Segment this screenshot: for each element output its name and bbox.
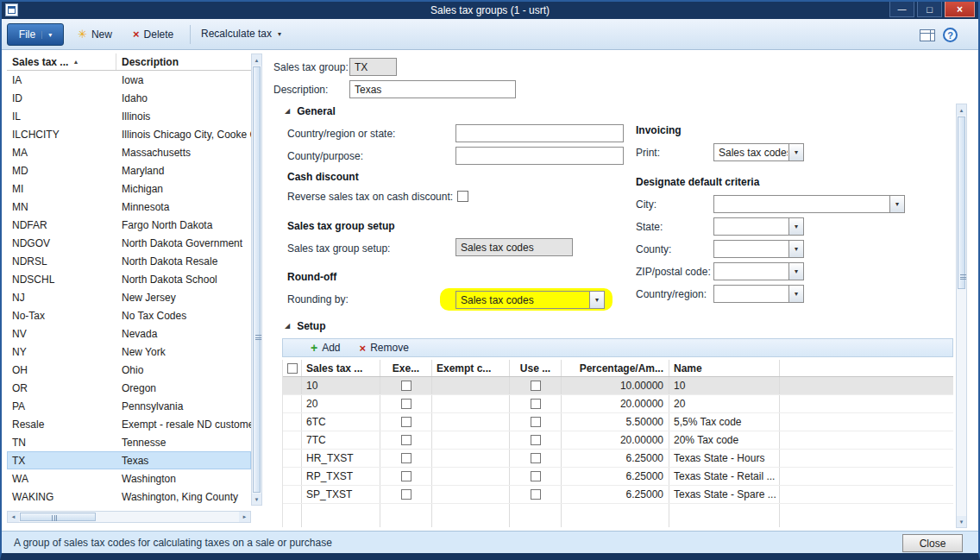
left-grid-row[interactable]: PAPennsylvania xyxy=(7,397,251,415)
setup-grid-row[interactable]: HR_TXST6.25000Texas State - Hours xyxy=(283,450,953,468)
column-header-exempt-code[interactable]: Exempt c... xyxy=(432,360,510,376)
scroll-up-icon[interactable]: ▲ xyxy=(957,104,966,116)
setup-grid-row[interactable]: 2020.0000020 xyxy=(283,395,953,413)
checkbox[interactable] xyxy=(531,381,541,391)
column-header-percentage-amount[interactable]: Percentage/Am... xyxy=(562,360,669,376)
column-header-exempt[interactable]: Exe... xyxy=(380,360,432,376)
left-grid-row[interactable]: OHOhio xyxy=(7,361,251,379)
detail-pane-vertical-scrollbar[interactable]: ▲ ▼ xyxy=(956,104,967,528)
left-grid-row[interactable]: IAIowa xyxy=(7,71,251,89)
left-grid-row[interactable]: NJNew Jersey xyxy=(7,288,251,306)
scrollbar-thumb[interactable] xyxy=(253,66,261,493)
scroll-right-icon[interactable]: ► xyxy=(239,512,250,522)
setup-grid-row[interactable]: 6TC5.500005,5% Tax code xyxy=(283,413,953,431)
chevron-down-icon[interactable]: ▾ xyxy=(889,196,904,212)
chevron-down-icon[interactable]: ▾ xyxy=(788,263,803,280)
county-combobox[interactable]: ▾ xyxy=(713,240,804,258)
country-region-state-input[interactable] xyxy=(455,124,624,142)
checkbox[interactable] xyxy=(531,489,541,500)
setup-grid-row[interactable]: 1010.0000010 xyxy=(283,377,953,395)
checkbox[interactable] xyxy=(531,435,541,445)
left-grid-row[interactable]: IDIdaho xyxy=(7,89,251,107)
select-all-checkbox[interactable] xyxy=(287,363,298,374)
chevron-down-icon[interactable]: ▾ xyxy=(589,292,604,308)
left-grid-row[interactable]: TNTennesse xyxy=(7,433,251,451)
left-grid-row[interactable]: NDRSLNorth Dakota Resale xyxy=(7,252,251,270)
checkbox[interactable] xyxy=(401,489,411,500)
general-section-header[interactable]: ◢ General xyxy=(285,105,336,117)
left-grid-row[interactable]: ILCHCITYIllinois Chicago City, Cooke C xyxy=(7,125,251,143)
setup-grid-row[interactable]: RP_TXST6.25000Texas State - Retail ... xyxy=(283,468,953,486)
chevron-down-icon[interactable]: ▾ xyxy=(788,144,803,160)
rounding-by-combobox[interactable]: Sales tax codes ▾ xyxy=(455,291,605,309)
left-grid-row[interactable]: NDGOVNorth Dakota Government xyxy=(7,234,251,252)
checkbox[interactable] xyxy=(531,399,541,409)
left-grid-row[interactable]: MAMassachusetts xyxy=(7,143,251,161)
checkbox[interactable] xyxy=(401,381,411,391)
close-window-button[interactable]: × xyxy=(945,2,975,17)
window-layout-icon[interactable] xyxy=(920,29,935,41)
file-menu-button[interactable]: File ▾ xyxy=(7,23,64,46)
checkbox[interactable] xyxy=(401,435,411,445)
recalculate-tax-button[interactable]: Recalculate tax ▾ xyxy=(201,28,281,40)
state-combobox[interactable]: ▾ xyxy=(713,217,804,236)
county-purpose-input[interactable] xyxy=(455,147,624,165)
left-grid-row[interactable]: NYNew York xyxy=(7,343,251,361)
left-grid-horizontal-scrollbar[interactable]: ◄ ► xyxy=(7,511,251,523)
remove-button[interactable]: × Remove xyxy=(360,342,409,355)
city-combobox[interactable]: ▾ xyxy=(713,195,905,213)
checkbox[interactable] xyxy=(531,453,541,463)
left-grid-row[interactable]: MNMinnesota xyxy=(7,198,251,216)
column-header-sales-tax-group[interactable]: Sales tax ... ▲ xyxy=(7,53,116,70)
left-grid-row[interactable]: MIMichigan xyxy=(7,179,251,198)
left-grid-row[interactable]: WAKINGWashington, King County xyxy=(7,488,251,506)
left-grid-vertical-scrollbar[interactable]: ▲ ▼ xyxy=(251,53,262,506)
left-grid-row[interactable]: WAWashington xyxy=(7,469,251,488)
checkbox[interactable] xyxy=(401,471,411,481)
left-grid-row[interactable]: ILIllinois xyxy=(7,107,251,125)
left-grid-row[interactable]: NDFARFargo North Dakota xyxy=(7,216,251,234)
scroll-up-icon[interactable]: ▲ xyxy=(252,54,261,66)
left-grid-row[interactable]: No-TaxNo Tax Codes xyxy=(7,306,251,324)
country-region-combobox[interactable]: ▾ xyxy=(713,285,804,303)
left-grid-row[interactable]: MDMaryland xyxy=(7,161,251,179)
left-grid-row[interactable]: ResaleExempt - resale ND customer xyxy=(7,415,251,433)
left-grid-row[interactable]: OROregon xyxy=(7,379,251,397)
setup-section-header[interactable]: ◢ Setup xyxy=(285,320,326,332)
scrollbar-thumb[interactable] xyxy=(20,513,96,521)
checkbox[interactable] xyxy=(401,417,411,427)
column-header-name[interactable]: Name xyxy=(669,360,780,376)
sales-tax-group-setup-field[interactable]: Sales tax codes xyxy=(455,238,573,256)
reverse-sales-tax-checkbox[interactable] xyxy=(457,191,468,202)
new-button[interactable]: ✳ New xyxy=(78,28,112,41)
checkbox[interactable] xyxy=(401,399,411,409)
maximize-button[interactable]: □ xyxy=(917,2,942,17)
chevron-down-icon[interactable]: ▾ xyxy=(788,241,803,257)
checkbox[interactable] xyxy=(401,453,411,463)
scroll-down-icon[interactable]: ▼ xyxy=(957,516,966,527)
scroll-left-icon[interactable]: ◄ xyxy=(8,512,19,522)
close-button[interactable]: Close xyxy=(902,534,963,552)
description-input[interactable]: Texas xyxy=(349,80,516,98)
checkbox[interactable] xyxy=(531,471,541,481)
print-combobox[interactable]: Sales tax codes ▾ xyxy=(713,143,804,161)
column-header-use-tax[interactable]: Use ... xyxy=(510,360,562,376)
setup-grid-row[interactable]: 7TC20.0000020% Tax code xyxy=(283,431,953,450)
left-grid-row[interactable]: NVNevada xyxy=(7,324,251,343)
column-header-description[interactable]: Description xyxy=(116,53,251,70)
help-icon[interactable]: ? xyxy=(943,28,958,42)
scrollbar-thumb[interactable] xyxy=(958,116,965,289)
chevron-down-icon[interactable]: ▾ xyxy=(788,218,803,235)
setup-grid-row[interactable]: SP_TXST6.25000Texas State - Spare ... xyxy=(283,486,953,504)
column-header-sales-tax-code[interactable]: Sales tax ... xyxy=(302,360,380,376)
minimize-button[interactable]: — xyxy=(889,2,914,17)
add-button[interactable]: + Add xyxy=(311,341,341,355)
scroll-down-icon[interactable]: ▼ xyxy=(252,494,261,505)
zip-postal-code-combobox[interactable]: ▾ xyxy=(713,262,804,280)
sales-tax-group-input[interactable]: TX xyxy=(349,58,397,76)
checkbox[interactable] xyxy=(531,417,541,427)
left-grid-row[interactable]: NDSCHLNorth Dakota School xyxy=(7,270,251,288)
chevron-down-icon[interactable]: ▾ xyxy=(788,286,803,302)
left-grid-row[interactable]: TXTexas xyxy=(7,451,251,469)
delete-button[interactable]: × Delete xyxy=(133,28,173,41)
